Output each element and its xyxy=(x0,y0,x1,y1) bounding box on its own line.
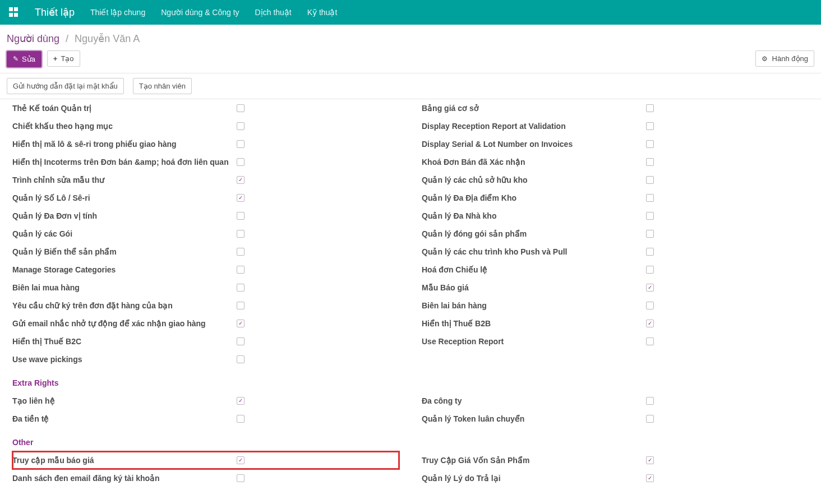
permission-row: Biên lai bán hàng xyxy=(422,297,809,315)
permission-row: Display Reception Report at Validation xyxy=(422,117,809,135)
permission-checkbox[interactable] xyxy=(646,230,654,238)
permission-row: Use Reception Report xyxy=(422,332,809,350)
permission-label: Biên lai mua hàng xyxy=(12,283,237,292)
nav-item-translate[interactable]: Dịch thuật xyxy=(255,8,292,17)
permission-row: Quản lý Biến thể sản phẩm xyxy=(12,243,399,261)
permission-checkbox[interactable] xyxy=(646,266,654,274)
toolbar: Sửa Tạo Hành động xyxy=(0,48,821,73)
permission-label: Biên lai bán hàng xyxy=(422,301,646,310)
permission-label: Use wave pickings xyxy=(12,355,237,364)
permission-checkbox[interactable] xyxy=(237,248,245,256)
permission-checkbox[interactable] xyxy=(646,176,654,184)
nav-item-general[interactable]: Thiết lập chung xyxy=(90,8,145,17)
permission-row: Quản lý Đa Nhà kho xyxy=(422,207,809,225)
permission-label: Quản lý Đa Đơn vị tính xyxy=(12,211,237,220)
permission-checkbox[interactable] xyxy=(646,474,654,482)
permission-label: Quản lý Đa Nhà kho xyxy=(422,211,646,220)
permission-checkbox[interactable] xyxy=(237,456,245,464)
permission-checkbox[interactable] xyxy=(237,474,245,482)
permission-row: Gửi email nhắc nhở tự động để xác nhận g… xyxy=(12,315,399,332)
permission-checkbox[interactable] xyxy=(646,284,654,292)
permission-row: Truy Cập Giá Vốn Sản Phẩm xyxy=(422,451,809,469)
permission-checkbox[interactable] xyxy=(646,456,654,464)
permission-label: Mẫu Báo giá xyxy=(422,283,646,292)
permission-checkbox[interactable] xyxy=(237,122,245,130)
nav-menu: Thiết lập chung Người dùng & Công ty Dịc… xyxy=(90,8,337,17)
permission-label: Đa tiền tệ xyxy=(12,414,237,423)
permission-row: Mẫu Báo giá xyxy=(422,279,809,297)
permission-row: Hoá đơn Chiếu lệ xyxy=(422,261,809,279)
permission-row: Đa tiền tệ xyxy=(12,410,399,428)
nav-item-technical[interactable]: Kỹ thuật xyxy=(307,8,338,17)
permission-row: Manage Storage Categories xyxy=(12,261,399,279)
create-employee-button[interactable]: Tạo nhân viên xyxy=(133,78,192,94)
top-nav: Thiết lập Thiết lập chung Người dùng & C… xyxy=(0,0,821,25)
permission-label: Bảng giá cơ sở xyxy=(422,104,646,113)
permissions-grid: Thẻ Kế toán Quản trịChiết khấu theo hạng… xyxy=(12,99,809,368)
nav-item-users[interactable]: Người dùng & Công ty xyxy=(161,8,239,17)
permission-checkbox[interactable] xyxy=(237,355,245,363)
permission-checkbox[interactable] xyxy=(237,158,245,166)
permission-checkbox[interactable] xyxy=(237,230,245,238)
permission-label: Gửi email nhắc nhở tự động để xác nhận g… xyxy=(12,319,237,328)
content: Thẻ Kế toán Quản trịChiết khấu theo hạng… xyxy=(0,99,821,505)
permission-label: Khoá Đơn Bán đã Xác nhận xyxy=(422,158,646,167)
permission-checkbox[interactable] xyxy=(237,302,245,309)
permission-checkbox[interactable] xyxy=(646,397,654,405)
permission-checkbox[interactable] xyxy=(646,302,654,309)
permission-row: Display Serial & Lot Number on Invoices xyxy=(422,135,809,153)
permission-row: Khoá Đơn Bán đã Xác nhận xyxy=(422,153,809,171)
permission-checkbox[interactable] xyxy=(646,212,654,220)
permission-row: Truy cập mẫu báo giá xyxy=(12,451,399,469)
permission-checkbox[interactable] xyxy=(237,140,245,148)
permission-checkbox[interactable] xyxy=(237,176,245,184)
permission-checkbox[interactable] xyxy=(237,194,245,202)
permission-label: Quản lý Lý do Trả lại xyxy=(422,474,646,483)
permission-label: Thẻ Kế toán Quản trị xyxy=(12,104,237,113)
permission-checkbox[interactable] xyxy=(237,212,245,220)
permission-checkbox[interactable] xyxy=(646,140,654,148)
permission-label: Yêu cầu chữ ký trên đơn đặt hàng của bạn xyxy=(12,301,237,310)
permission-checkbox[interactable] xyxy=(646,122,654,130)
permission-label: Hoá đơn Chiếu lệ xyxy=(422,265,646,274)
permission-row: Quản lý Số Lô / Sê-ri xyxy=(12,189,399,207)
permission-row: Quản lý các chu trình kho Push và Pull xyxy=(422,243,809,261)
breadcrumb-current: Nguyễn Văn A xyxy=(75,33,140,44)
edit-button[interactable]: Sửa xyxy=(7,51,41,67)
permission-checkbox[interactable] xyxy=(646,320,654,327)
permission-checkbox[interactable] xyxy=(646,248,654,256)
permission-checkbox[interactable] xyxy=(237,320,245,327)
permission-row: Quản lý Đa Địa điểm Kho xyxy=(422,189,809,207)
permission-label: Tạo liên hệ xyxy=(12,396,237,405)
permission-row: Yêu cầu chữ ký trên đơn đặt hàng của bạn xyxy=(12,297,399,315)
app-brand[interactable]: Thiết lập xyxy=(35,6,75,19)
permission-label: Manage Storage Categories xyxy=(12,265,237,274)
permission-label: Đa công ty xyxy=(422,396,646,405)
create-button[interactable]: Tạo xyxy=(47,50,80,67)
permission-checkbox[interactable] xyxy=(646,337,654,345)
permission-checkbox[interactable] xyxy=(646,104,654,112)
permission-checkbox[interactable] xyxy=(646,158,654,166)
action-button[interactable]: Hành động xyxy=(755,50,814,67)
apps-icon[interactable] xyxy=(9,7,19,17)
permission-checkbox[interactable] xyxy=(646,194,654,202)
breadcrumb-root[interactable]: Người dùng xyxy=(7,33,59,44)
permission-checkbox[interactable] xyxy=(237,397,245,405)
permission-checkbox[interactable] xyxy=(237,337,245,345)
permission-label: Hiển thị mã lô & sê-ri trong phiếu giao … xyxy=(12,140,237,149)
permission-label: Truy cập mẫu báo giá xyxy=(12,456,237,465)
permission-checkbox[interactable] xyxy=(237,284,245,292)
reset-password-button[interactable]: Gửi hướng dẫn đặt lại mật khẩu xyxy=(7,78,124,94)
permission-checkbox[interactable] xyxy=(237,104,245,112)
breadcrumb-sep: / xyxy=(66,33,68,44)
permission-checkbox[interactable] xyxy=(646,415,654,423)
section-extra-rights: Extra Rights xyxy=(12,368,809,392)
permission-row: Hiển thị Incoterms trên Đơn bán &amp; ho… xyxy=(12,153,399,171)
permission-row: Quản lý các chủ sở hữu kho xyxy=(422,171,809,189)
permission-row: Trình chỉnh sửa mẫu thư xyxy=(12,171,399,189)
section-other: Other xyxy=(12,428,809,451)
permission-row: Hiển thị Thuế B2B xyxy=(422,315,809,332)
sub-toolbar: Gửi hướng dẫn đặt lại mật khẩu Tạo nhân … xyxy=(0,73,821,99)
permission-checkbox[interactable] xyxy=(237,415,245,423)
permission-checkbox[interactable] xyxy=(237,266,245,274)
